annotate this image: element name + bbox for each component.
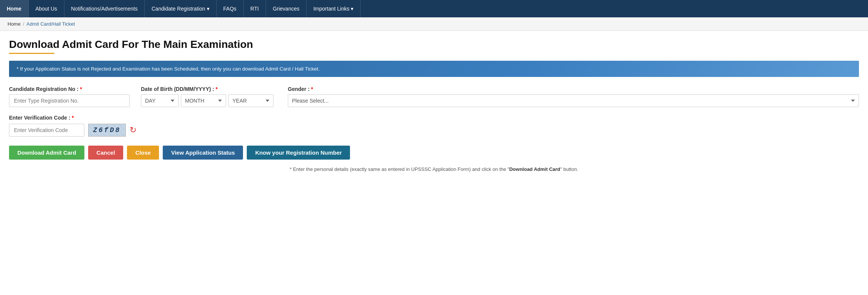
gender-required: * <box>311 86 313 92</box>
know-registration-number-button[interactable]: Know your Registration Number <box>247 146 350 160</box>
nav-candidate-reg[interactable]: Candidate Registration ▾ <box>145 0 216 17</box>
nav-about[interactable]: About Us <box>29 0 64 17</box>
title-underline <box>9 53 54 54</box>
view-application-status-button[interactable]: View Application Status <box>163 146 243 160</box>
nav-home[interactable]: Home <box>0 0 29 17</box>
gender-select[interactable]: Please Select... Male Female Other <box>288 94 859 107</box>
verification-input[interactable] <box>9 124 84 137</box>
close-button[interactable]: Close <box>127 146 159 160</box>
footer-note: * Enter the personal details (exactly sa… <box>9 166 859 172</box>
dob-day-select[interactable]: DAY 123456789101112131415161718192021222… <box>141 94 179 107</box>
main-content: Download Admit Card For The Main Examina… <box>0 31 868 180</box>
verification-label: Enter Verification Code : * <box>9 115 74 121</box>
page-title: Download Admit Card For The Main Examina… <box>9 38 859 51</box>
breadcrumb-current: Admit Card/Hall Ticket <box>26 21 75 27</box>
dob-selects: DAY 123456789101112131415161718192021222… <box>141 94 277 107</box>
captcha-image: Z6fD8 <box>88 124 126 137</box>
reg-required: * <box>80 86 82 92</box>
dob-label: Date of Birth (DD/MM/YYYY) : * <box>141 86 277 92</box>
reg-group: Candidate Registration No : * <box>9 86 130 107</box>
breadcrumb-separator: / <box>23 21 24 27</box>
nav-faqs[interactable]: FAQs <box>217 0 244 17</box>
nav-rti[interactable]: RTI <box>244 0 266 17</box>
verification-label-row: Enter Verification Code : * <box>9 115 859 121</box>
dob-year-select[interactable]: YEAR 20052004200320022001200019991998199… <box>228 94 274 107</box>
captcha-row: Z6fD8 ↻ <box>9 124 859 137</box>
breadcrumb-home[interactable]: Home <box>8 21 21 27</box>
button-row: Download Admit Card Cancel Close View Ap… <box>9 146 859 160</box>
reg-input[interactable] <box>9 94 130 107</box>
form-row-1: Candidate Registration No : * Date of Bi… <box>9 86 859 107</box>
nav-grievances[interactable]: Grievances <box>266 0 307 17</box>
breadcrumb: Home / Admit Card/Hall Ticket <box>0 17 868 31</box>
dob-group: Date of Birth (DD/MM/YYYY) : * DAY 12345… <box>141 86 277 107</box>
reg-label: Candidate Registration No : * <box>9 86 130 92</box>
refresh-captcha-icon[interactable]: ↻ <box>130 125 136 135</box>
download-admit-card-button[interactable]: Download Admit Card <box>9 146 84 160</box>
gender-label: Gender : * <box>288 86 859 92</box>
dob-month-select[interactable]: MONTH JanuaryFebruaryMarchAprilMayJuneJu… <box>181 94 226 107</box>
nav-important-links[interactable]: Important Links ▾ <box>307 0 361 17</box>
gender-group: Gender : * Please Select... Male Female … <box>288 86 859 107</box>
dropdown-icon: ▾ <box>207 6 209 12</box>
dob-required: * <box>215 86 217 92</box>
main-navigation: Home About Us Notifications/Advertisemen… <box>0 0 868 17</box>
verification-required: * <box>72 115 73 121</box>
footer-note-link: Download Admit Card <box>509 166 560 172</box>
cancel-button[interactable]: Cancel <box>88 146 123 160</box>
dropdown-icon: ▾ <box>351 6 353 12</box>
info-banner: * If your Application Status is not Reje… <box>9 61 859 77</box>
nav-notifications[interactable]: Notifications/Advertisements <box>64 0 145 17</box>
